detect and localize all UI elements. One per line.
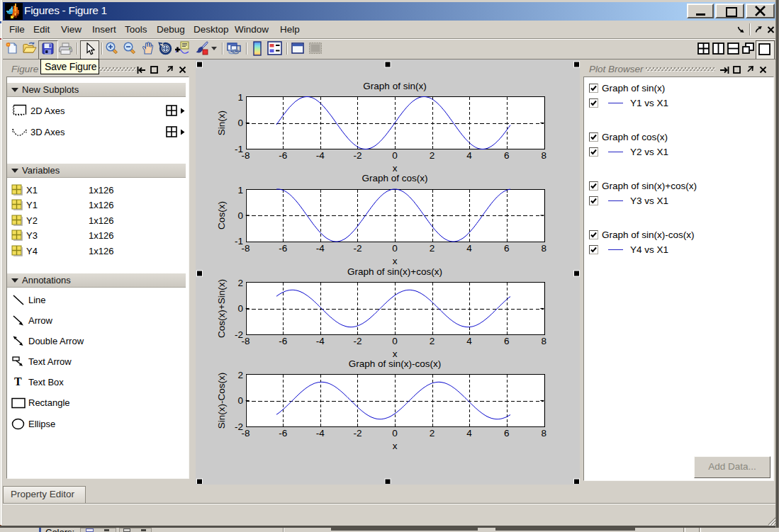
svg-text:-2: -2 xyxy=(353,150,362,161)
svg-text:-4: -4 xyxy=(316,336,325,346)
svg-text:1: 1 xyxy=(237,185,243,196)
svg-text:1: 1 xyxy=(237,92,243,103)
svg-text:x: x xyxy=(393,163,398,174)
svg-text:0: 0 xyxy=(237,395,243,406)
svg-text:-6: -6 xyxy=(279,243,287,254)
svg-text:-1: -1 xyxy=(235,236,243,247)
svg-text:-6: -6 xyxy=(279,336,287,346)
svg-text:-6: -6 xyxy=(279,150,287,161)
svg-text:2: 2 xyxy=(237,370,243,380)
svg-text:4: 4 xyxy=(466,243,472,254)
svg-text:-4: -4 xyxy=(316,243,325,254)
svg-text:6: 6 xyxy=(504,243,510,254)
svg-text:0: 0 xyxy=(392,336,398,346)
svg-text:Graph of cos(x): Graph of cos(x) xyxy=(362,173,427,183)
svg-text:Cos(x): Cos(x) xyxy=(216,201,227,230)
svg-text:8: 8 xyxy=(542,428,547,438)
svg-text:-4: -4 xyxy=(316,428,325,438)
svg-text:-2: -2 xyxy=(235,421,243,432)
svg-text:-2: -2 xyxy=(353,428,362,438)
svg-text:6: 6 xyxy=(504,336,510,346)
svg-text:-2: -2 xyxy=(353,336,362,346)
svg-text:2: 2 xyxy=(237,278,243,288)
svg-text:6: 6 xyxy=(504,428,510,438)
svg-text:2: 2 xyxy=(430,428,435,438)
svg-text:2: 2 xyxy=(430,243,435,254)
svg-text:Sin(x): Sin(x) xyxy=(216,111,227,135)
svg-text:2: 2 xyxy=(430,336,435,346)
svg-text:-1: -1 xyxy=(235,144,243,154)
svg-text:-2: -2 xyxy=(235,329,243,340)
svg-text:x: x xyxy=(393,441,398,451)
svg-text:-2: -2 xyxy=(353,243,362,254)
svg-text:2: 2 xyxy=(430,150,435,161)
svg-text:Cos(x)+Sin(x): Cos(x)+Sin(x) xyxy=(216,279,227,338)
svg-text:0: 0 xyxy=(392,150,398,161)
svg-text:4: 4 xyxy=(466,150,472,161)
svg-text:0: 0 xyxy=(237,118,243,128)
svg-text:Graph of sin(x): Graph of sin(x) xyxy=(363,81,426,91)
svg-text:0: 0 xyxy=(237,303,243,314)
svg-text:0: 0 xyxy=(237,210,243,221)
svg-text:4: 4 xyxy=(466,336,472,346)
svg-text:Sin(x)-Cos(x): Sin(x)-Cos(x) xyxy=(216,373,227,429)
svg-text:8: 8 xyxy=(542,336,547,346)
svg-text:8: 8 xyxy=(542,150,547,161)
svg-text:Graph of sin(x)+cos(x): Graph of sin(x)+cos(x) xyxy=(347,266,442,277)
svg-text:-6: -6 xyxy=(279,428,287,438)
svg-text:x: x xyxy=(393,256,398,266)
svg-text:6: 6 xyxy=(504,150,510,161)
svg-text:-4: -4 xyxy=(316,150,325,161)
svg-text:0: 0 xyxy=(392,428,398,438)
svg-text:8: 8 xyxy=(542,243,547,254)
svg-text:Graph of sin(x)-cos(x): Graph of sin(x)-cos(x) xyxy=(349,358,442,369)
svg-text:0: 0 xyxy=(392,243,398,254)
svg-text:4: 4 xyxy=(466,428,472,438)
